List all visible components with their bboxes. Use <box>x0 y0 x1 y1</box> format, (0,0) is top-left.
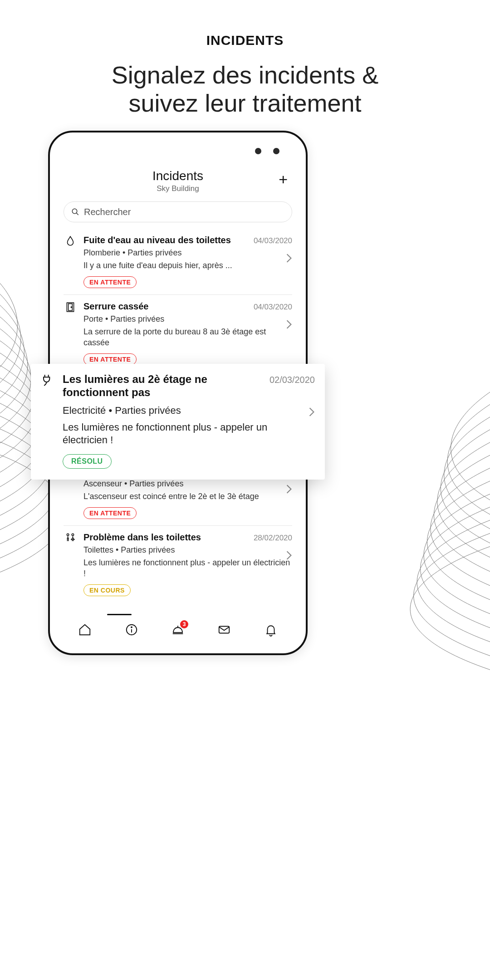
page-title: Incidents <box>56 169 299 183</box>
chevron-right-icon <box>286 550 292 562</box>
chevron-right-icon <box>309 407 315 419</box>
device-camera <box>273 148 279 154</box>
status-badge: EN COURS <box>83 584 131 596</box>
promo-eyebrow: INCIDENTS <box>0 33 490 48</box>
tab-info[interactable] <box>125 623 138 638</box>
device-camera <box>255 148 261 154</box>
incident-title: Problème dans les toilettes <box>83 532 201 543</box>
tab-home[interactable] <box>78 623 92 638</box>
incident-row[interactable]: Problème dans les toilettes28/02/2020Toi… <box>64 525 292 603</box>
status-badge: EN ATTENTE <box>83 507 137 519</box>
incident-meta: Ascenseur • Parties privées <box>83 479 292 489</box>
incident-desc: L'ascenseur est coincé entre le 2è et le… <box>83 491 292 502</box>
chevron-right-icon <box>286 319 292 331</box>
incident-row[interactable]: Serrure cassée04/03/2020Porte • Parties … <box>64 294 292 372</box>
incident-row[interactable]: Fuite d'eau au niveau des toilettes04/03… <box>64 229 292 294</box>
chevron-right-icon <box>286 484 292 496</box>
add-incident-button[interactable]: + <box>279 172 288 187</box>
tab-messages[interactable] <box>217 623 231 638</box>
door-icon <box>64 301 77 315</box>
status-badge: RÉSOLU <box>63 454 112 469</box>
app-header: Incidents Sky Building + <box>56 139 299 193</box>
incident-desc: Les lumières ne fonctionnent plus - appe… <box>63 421 315 447</box>
chevron-right-icon <box>286 253 292 265</box>
incident-desc: La serrure de la porte du bureau 8 au 3è… <box>83 327 292 348</box>
svg-line-1 <box>76 213 78 215</box>
incident-meta: Porte • Parties privées <box>83 314 292 324</box>
decorative-lines <box>354 363 490 771</box>
status-badge: EN ATTENTE <box>83 276 137 288</box>
tab-notifications[interactable] <box>264 623 278 638</box>
incident-desc: Il y a une fuite d'eau depuis hier, aprè… <box>83 260 292 271</box>
svg-point-6 <box>67 534 69 536</box>
restroom-icon <box>64 532 77 546</box>
search-input[interactable]: Rechercher <box>64 201 292 222</box>
incident-title: Les lumières au 2è étage ne fonctionnent… <box>63 373 265 399</box>
tab-indicator <box>107 614 132 615</box>
search-placeholder: Rechercher <box>84 207 131 217</box>
svg-point-0 <box>72 209 77 214</box>
incident-meta: Toilettes • Parties privées <box>83 545 292 555</box>
promo-title: Signalez des incidents & suivez leur tra… <box>0 61 490 117</box>
page-subtitle: Sky Building <box>56 184 299 193</box>
incident-date: 28/02/2020 <box>254 534 292 543</box>
plug-icon <box>40 373 55 388</box>
water-drop-icon <box>64 235 77 249</box>
incident-date: 04/03/2020 <box>254 303 292 312</box>
svg-point-4 <box>71 307 72 308</box>
tab-bar: 3 <box>56 613 299 647</box>
featured-incident-card[interactable]: Les lumières au 2è étage ne fonctionnent… <box>31 364 325 480</box>
search-icon <box>71 208 79 216</box>
promo-header: INCIDENTS Signalez des incidents & suive… <box>0 0 490 117</box>
svg-point-7 <box>72 534 74 536</box>
incident-title: Serrure cassée <box>83 301 148 312</box>
notification-badge: 3 <box>180 620 188 628</box>
incident-meta: Electricité • Parties privées <box>63 405 315 416</box>
tab-concierge[interactable]: 3 <box>171 623 185 638</box>
incident-meta: Plomberie • Parties privées <box>83 248 292 258</box>
incident-desc: Les lumières ne fonctionnent plus - appe… <box>83 558 292 579</box>
incident-title: Fuite d'eau au niveau des toilettes <box>83 235 231 245</box>
incident-date: 02/03/2020 <box>270 375 315 385</box>
svg-point-10 <box>131 627 132 627</box>
svg-rect-13 <box>219 626 230 633</box>
incident-date: 04/03/2020 <box>254 236 292 245</box>
